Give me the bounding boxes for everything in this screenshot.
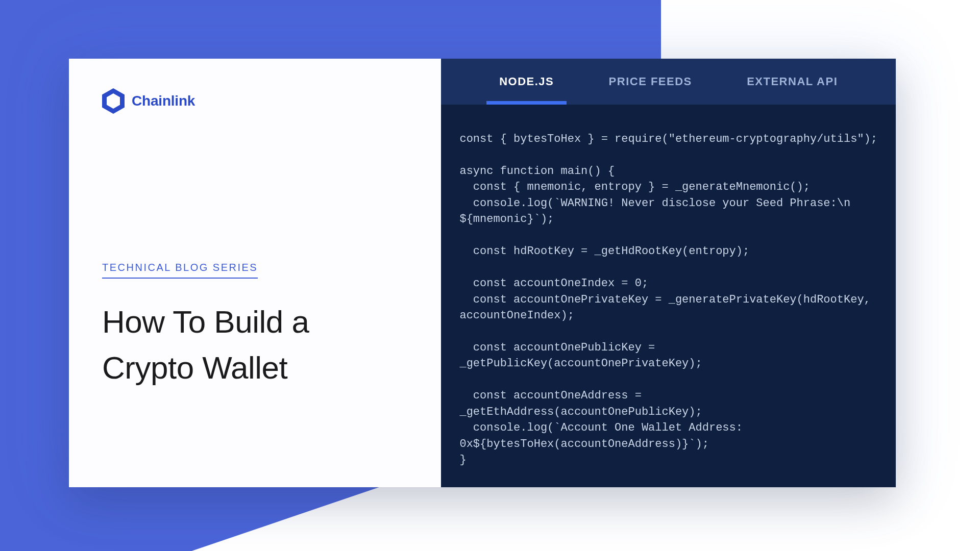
canvas: Chainlink TECHNICAL BLOG SERIES How To B… [0,0,980,551]
brand-name: Chainlink [132,93,195,109]
code-tabs: NODE.JS PRICE FEEDS EXTERNAL API [441,59,896,105]
chainlink-hexagon-icon [102,88,125,114]
content-card: Chainlink TECHNICAL BLOG SERIES How To B… [69,59,896,487]
tab-nodejs[interactable]: NODE.JS [494,60,559,104]
tab-external-api[interactable]: EXTERNAL API [742,60,843,104]
code-block: const { bytesToHex } = require("ethereum… [441,105,896,487]
series-label: TECHNICAL BLOG SERIES [102,262,258,279]
title-line-1: How To Build a [102,304,309,339]
left-panel: Chainlink TECHNICAL BLOG SERIES How To B… [69,59,441,487]
tab-price-feeds[interactable]: PRICE FEEDS [604,60,697,104]
page-title: How To Build a Crypto Wallet [102,299,408,391]
code-panel: NODE.JS PRICE FEEDS EXTERNAL API const {… [441,59,896,487]
brand-logo: Chainlink [102,88,408,114]
title-line-2: Crypto Wallet [102,350,287,385]
